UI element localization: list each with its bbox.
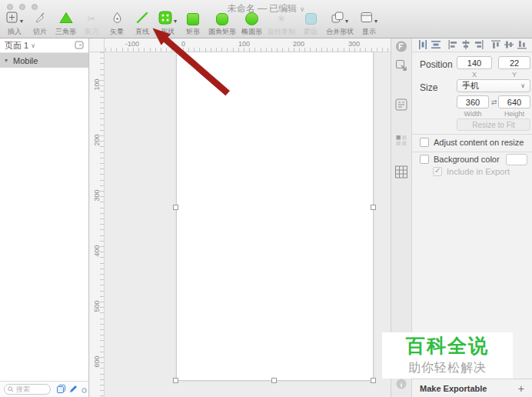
toolbar-merge-shapes-button[interactable]: ▾ 合并形状 — [326, 12, 354, 37]
size-preset-select[interactable]: 手机 ∨ — [457, 79, 530, 92]
pages-overview-icon[interactable] — [57, 382, 65, 396]
pages-title: 页面 1 — [5, 40, 28, 52]
toolbar: ▾ 插入 切片 三角形 ✂ 剪刀 — [5, 12, 384, 37]
toolbar-slice-button[interactable]: 切片 — [30, 12, 50, 37]
ruler-ticks — [105, 48, 391, 52]
disclosure-triangle-icon[interactable]: ▾ — [5, 57, 8, 64]
horizontal-ruler: -100 0 100 200 300 — [105, 38, 391, 52]
align-left-icon[interactable] — [448, 38, 457, 52]
library-blocks-icon — [396, 135, 407, 149]
ruler-label: 600 — [93, 352, 101, 372]
toolbar-mask-button: 蒙版 — [301, 12, 321, 37]
styles-list-icon[interactable] — [395, 98, 407, 114]
layer-item-mobile[interactable]: ▾ Mobile — [0, 53, 88, 68]
toolbar-show-button[interactable]: ▾ 显示 — [359, 12, 379, 37]
layer-label: Mobile — [13, 56, 38, 65]
resize-handle-bottom-left[interactable] — [173, 378, 178, 383]
sketch-app-window: 未命名 — 已编辑 ∨ ▾ 插入 切片 — [0, 0, 532, 397]
distribute-horizontally-icon[interactable] — [418, 38, 427, 52]
ruler-corner — [90, 38, 105, 52]
toolbar-rectangle-button[interactable]: 矩形 — [183, 12, 203, 37]
ruler-label: -100 — [125, 40, 139, 48]
info-icon[interactable]: i — [396, 379, 407, 392]
resize-handle-bottom-center[interactable] — [271, 378, 277, 383]
ruler-label: 200 — [293, 40, 304, 48]
toolbar-rotate-copies-button: ✳ 旋转复制 — [268, 12, 295, 37]
vertical-ruler: 100 200 300 400 500 600 — [90, 52, 105, 397]
pages-caret-icon: ∨ — [31, 42, 35, 49]
ruler-label: 100 — [238, 40, 250, 48]
position-label: Position — [420, 59, 453, 70]
oval-icon — [245, 12, 258, 25]
pencil-icon[interactable] — [69, 382, 78, 396]
adjust-content-label: Adjust content on resize — [434, 138, 524, 147]
distribute-vertically-icon[interactable] — [431, 38, 441, 52]
ruler-label: 500 — [93, 296, 101, 316]
ruler-label: 300 — [348, 40, 360, 48]
position-y-input[interactable] — [498, 56, 530, 69]
resize-handle-left[interactable] — [173, 205, 178, 210]
align-top-icon[interactable] — [491, 38, 500, 52]
titlebar-toolbar: 未命名 — 已编辑 ∨ ▾ 插入 切片 — [0, 0, 532, 38]
search-field[interactable] — [4, 384, 51, 395]
width-input[interactable] — [457, 95, 489, 108]
align-center-horizontal-icon[interactable] — [461, 38, 470, 52]
make-exportable-bar[interactable]: Make Exportable + — [412, 379, 532, 397]
toolbar-vector-button[interactable]: 矢量 — [107, 12, 127, 37]
watermark-title: 百科全说 — [382, 333, 513, 359]
ruler-label: 300 — [93, 185, 101, 205]
resize-to-fit-button: Resize to Fit — [457, 118, 530, 131]
watermark-subtitle: 助你轻松解决 — [382, 360, 513, 376]
dropdown-caret-icon: ▾ — [374, 18, 377, 26]
size-preset-value: 手机 — [462, 80, 479, 92]
plugin-badge-icon[interactable] — [396, 41, 407, 55]
make-exportable-label: Make Exportable — [420, 384, 487, 393]
window-view-icon — [361, 12, 373, 26]
search-input[interactable] — [16, 385, 47, 393]
add-export-button[interactable]: + — [518, 382, 524, 395]
toolbar-triangle-button[interactable]: 三角形 — [55, 12, 76, 37]
align-middle-vertical-icon[interactable] — [504, 38, 514, 52]
pages-panel-icon[interactable] — [75, 41, 84, 51]
grid-icon[interactable] — [395, 165, 408, 182]
toolbar-shape-button[interactable]: ▾ 形状 — [158, 12, 178, 37]
align-right-icon[interactable] — [474, 38, 484, 52]
toolbar-oval-button[interactable]: 椭圆形 — [241, 12, 262, 37]
swap-dimensions-icon[interactable]: ⇄ — [491, 98, 497, 106]
include-in-export-checkbox — [433, 167, 442, 176]
ruler-label: 0 — [181, 40, 185, 48]
scissors-icon: ✂ — [88, 14, 96, 24]
pages-header[interactable]: 页面 1 ∨ — [0, 38, 88, 53]
resize-handle-bottom-right[interactable] — [371, 378, 376, 383]
align-bottom-icon[interactable] — [517, 38, 527, 52]
dropdown-caret-icon: ▾ — [20, 18, 23, 26]
resize-handle-right[interactable] — [371, 205, 376, 210]
ruler-label: 400 — [93, 241, 101, 261]
watermark-badge: 百科全说 助你轻松解决 — [382, 332, 513, 379]
height-input[interactable] — [498, 95, 530, 108]
position-x-input[interactable] — [457, 56, 492, 69]
canvas-area[interactable]: -100 0 100 200 300 100 200 300 400 500 6… — [90, 38, 391, 397]
rotate-copies-icon: ✳ — [278, 14, 286, 24]
export-arrow-icon[interactable] — [395, 59, 407, 75]
height-axis-label: Height — [498, 110, 530, 118]
insert-plus-icon — [6, 12, 18, 27]
layers-sidebar: 页面 1 ∨ ▾ Mobile — [0, 38, 89, 397]
toolbar-insert-button[interactable]: ▾ 插入 — [5, 12, 25, 37]
ruler-label: 100 — [93, 75, 101, 95]
alignment-toolbar — [412, 38, 532, 52]
mask-icon — [305, 13, 317, 25]
artboard-mobile[interactable] — [176, 52, 374, 381]
background-color-row: Background color — [420, 155, 500, 164]
background-color-checkbox[interactable] — [420, 155, 429, 164]
adjust-content-checkbox[interactable] — [420, 138, 429, 147]
toolbar-rounded-rectangle-button[interactable]: 圆角矩形 — [208, 12, 236, 37]
chevron-down-icon: ∨ — [520, 82, 525, 89]
y-axis-label: Y — [498, 71, 530, 78]
rectangle-icon — [187, 13, 199, 25]
toolbar-line-button[interactable]: 直线 — [132, 12, 152, 37]
x-axis-label: X — [457, 71, 492, 78]
settings-dot-icon[interactable] — [81, 382, 87, 396]
background-color-well[interactable] — [506, 154, 527, 165]
dropdown-caret-icon: ▾ — [345, 18, 348, 26]
